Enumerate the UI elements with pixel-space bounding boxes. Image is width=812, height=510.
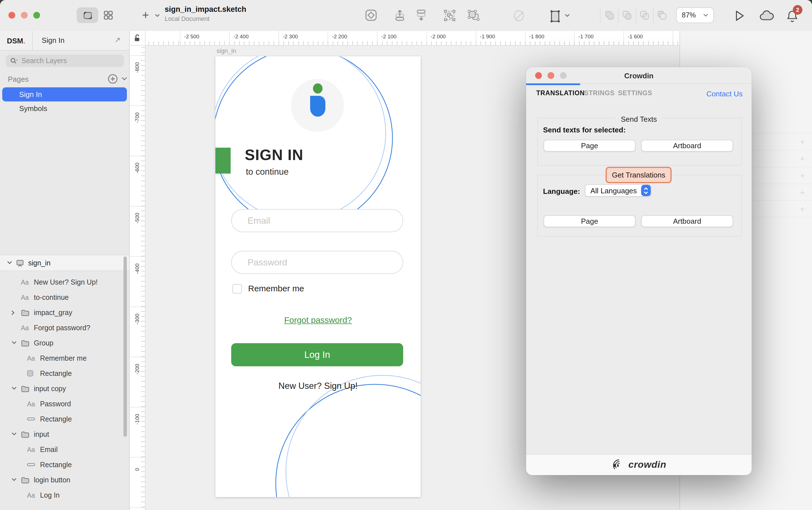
layer-row[interactable]: Aa Email bbox=[0, 442, 129, 457]
forgot-password-link[interactable]: Forgot password? bbox=[215, 315, 420, 325]
layer-label: input bbox=[34, 430, 49, 438]
boolean-difference-icon[interactable] bbox=[656, 9, 668, 22]
artboard[interactable]: SIGN IN to continue Email Password Remem… bbox=[215, 56, 420, 497]
dialog-tab[interactable]: SETTINGS bbox=[618, 90, 652, 96]
language-value: All Languages bbox=[590, 186, 641, 195]
add-style-icon[interactable]: + bbox=[799, 137, 806, 147]
get-translations-groupbox bbox=[538, 175, 742, 237]
add-style-icon[interactable]: + bbox=[799, 204, 806, 214]
dialog-footer: crowdin bbox=[526, 454, 752, 475]
grid-view-button[interactable] bbox=[98, 7, 118, 23]
folder-icon bbox=[21, 477, 29, 483]
boolean-union-icon[interactable] bbox=[603, 9, 616, 22]
language-select[interactable]: All Languages bbox=[585, 184, 651, 197]
pages-collapse-chevron-icon[interactable] bbox=[121, 77, 127, 81]
add-style-icon[interactable]: + bbox=[799, 154, 806, 163]
get-artboard-button[interactable]: Artboard bbox=[641, 215, 733, 227]
group-icon[interactable] bbox=[443, 9, 456, 22]
zoom-window-button[interactable] bbox=[33, 12, 40, 19]
layer-row[interactable]: Aa Rectangle bbox=[0, 366, 129, 381]
close-window-button[interactable] bbox=[8, 12, 15, 19]
layer-label: to-continue bbox=[34, 293, 69, 301]
chevron-down-icon[interactable] bbox=[11, 432, 17, 436]
ruler-corner[interactable] bbox=[130, 31, 145, 46]
dialog-titlebar[interactable]: Crowdin bbox=[526, 67, 752, 84]
boolean-intersect-icon[interactable] bbox=[638, 9, 651, 22]
select-stepper-icon[interactable] bbox=[641, 185, 651, 196]
chevron-down-icon[interactable] bbox=[11, 478, 17, 482]
layer-row[interactable]: Aa New User? Sign Up! bbox=[0, 274, 129, 290]
layer-row[interactable]: Aa Group bbox=[0, 335, 129, 351]
insert-button[interactable]: + bbox=[142, 8, 149, 22]
edit-vector-icon[interactable] bbox=[513, 9, 526, 23]
layer-row[interactable]: Aa Password bbox=[0, 396, 129, 411]
layer-row[interactable]: Aa input bbox=[0, 427, 129, 442]
preview-play-icon[interactable] bbox=[734, 9, 746, 22]
send-page-button[interactable]: Page bbox=[544, 140, 636, 152]
resize-chevron-icon[interactable] bbox=[564, 13, 570, 18]
resize-icon[interactable] bbox=[549, 9, 562, 24]
tab-sign-in[interactable]: Sign In bbox=[42, 36, 64, 44]
send-artboard-button[interactable]: Artboard bbox=[641, 140, 733, 152]
layer-row[interactable]: Aa Rectangle bbox=[0, 457, 129, 472]
pages-list: Sign InSymbols bbox=[0, 87, 129, 116]
add-page-icon[interactable] bbox=[108, 74, 118, 84]
ruler-label: -1 900 bbox=[480, 33, 495, 39]
ruler-label: -1 600 bbox=[628, 33, 643, 39]
minimize-window-button[interactable] bbox=[21, 12, 28, 19]
layer-row[interactable]: Aa Forgot password? bbox=[0, 320, 129, 335]
layers-scrollbar[interactable] bbox=[123, 257, 127, 437]
canvas-view-button[interactable] bbox=[77, 7, 98, 23]
get-translations-button[interactable]: Get Translations bbox=[606, 167, 672, 183]
layer-row[interactable]: Aa login button bbox=[0, 472, 129, 487]
bring-forward-icon[interactable] bbox=[394, 9, 407, 22]
artboard-title[interactable]: sign_in bbox=[216, 47, 236, 54]
remember-me-checkbox[interactable] bbox=[232, 284, 242, 294]
search-icon bbox=[10, 58, 18, 64]
chevron-right-icon[interactable] bbox=[11, 310, 15, 315]
document-title-block: sign_in_impact.sketch Local Document bbox=[165, 6, 246, 22]
layer-row[interactable]: Aa Remember me bbox=[0, 351, 129, 366]
text-layer-icon: Aa bbox=[27, 446, 35, 453]
cloud-sync-icon[interactable] bbox=[759, 10, 775, 21]
layer-row[interactable]: Aa Rectangle bbox=[0, 411, 129, 427]
page-row[interactable]: Symbols bbox=[2, 101, 127, 116]
create-symbol-icon[interactable] bbox=[365, 9, 377, 22]
email-field[interactable]: Email bbox=[231, 209, 403, 232]
chevron-down-icon[interactable] bbox=[7, 261, 12, 265]
layer-row[interactable]: Aa Log In bbox=[0, 487, 129, 503]
password-field[interactable]: Password bbox=[231, 251, 403, 274]
contact-us-link[interactable]: Contact Us bbox=[706, 90, 743, 98]
ruler-label: -2 300 bbox=[283, 33, 298, 39]
layers-list: Aa New User? Sign Up! bbox=[0, 274, 129, 503]
heading-green-rectangle bbox=[215, 148, 231, 174]
layer-label: input copy bbox=[34, 385, 66, 392]
layer-row[interactable]: Aa to-continue bbox=[0, 290, 129, 305]
password-placeholder: Password bbox=[248, 257, 287, 267]
ruler-label: -300 bbox=[134, 313, 140, 324]
dialog-tab[interactable]: STRINGS bbox=[584, 90, 615, 96]
send-backward-icon[interactable] bbox=[415, 9, 428, 22]
add-style-icon[interactable]: + bbox=[799, 188, 806, 197]
ungroup-icon[interactable] bbox=[467, 9, 480, 22]
search-input[interactable]: Search Layers bbox=[6, 55, 124, 67]
dialog-tab[interactable]: TRANSLATION bbox=[536, 90, 585, 96]
page-row[interactable]: Sign In bbox=[2, 87, 127, 101]
boolean-subtract-icon[interactable] bbox=[621, 9, 633, 22]
layer-row[interactable]: Aa impact_gray bbox=[0, 305, 129, 320]
layer-row[interactable]: Aa input copy bbox=[0, 381, 129, 396]
ruler-label: -2 400 bbox=[233, 33, 249, 39]
layer-row-artboard[interactable]: sign_in bbox=[0, 255, 129, 271]
chevron-down-icon[interactable] bbox=[11, 341, 17, 345]
crowdin-wordmark: crowdin bbox=[629, 459, 667, 471]
zoom-select[interactable]: 87% bbox=[676, 7, 714, 23]
chevron-down-icon[interactable] bbox=[11, 387, 17, 391]
open-page-arrow-icon[interactable]: ↗ bbox=[114, 35, 121, 44]
add-style-icon[interactable]: + bbox=[799, 171, 806, 180]
login-button[interactable]: Log In bbox=[231, 343, 403, 366]
document-title: sign_in_impact.sketch bbox=[165, 6, 246, 13]
signup-text[interactable]: New User? Sign Up! bbox=[215, 381, 420, 391]
insert-chevron-icon[interactable] bbox=[154, 13, 160, 18]
get-page-button[interactable]: Page bbox=[544, 215, 636, 227]
tab-dsm[interactable]: DSM. bbox=[0, 31, 33, 50]
